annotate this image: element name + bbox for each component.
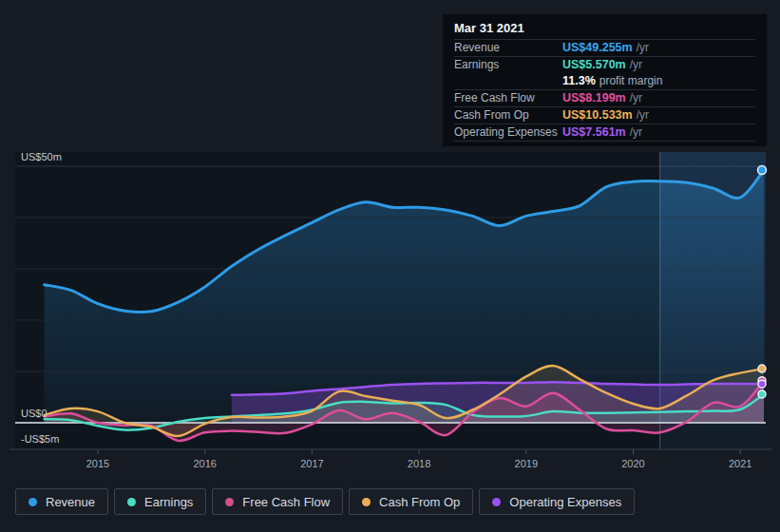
x-axis: 2015201620172018201920202021 — [10, 449, 771, 469]
tooltip-row-label: Cash From Op — [454, 107, 562, 124]
legend-item-label: Cash From Op — [379, 495, 460, 509]
legend-dot-icon — [225, 498, 234, 506]
tooltip-row-label: Operating Expenses — [454, 124, 562, 141]
x-axis-label: 2017 — [300, 458, 323, 469]
chart-tooltip: Mar 31 2021 RevenueUS$49.255m/yrEarnings… — [443, 14, 767, 146]
tooltip-row-value: US$49.255m — [562, 40, 633, 56]
financials-chart-panel: 2015201620172018201920202021US$50mUS$0-U… — [0, 0, 780, 532]
profit-margin-value: 11.3% — [562, 73, 596, 89]
legend-item-operating-expenses[interactable]: Operating Expenses — [479, 488, 635, 515]
tooltip-row-value: US$5.570m — [562, 57, 626, 73]
legend-item-revenue[interactable]: Revenue — [15, 488, 108, 515]
legend-item-label: Revenue — [46, 495, 95, 509]
legend-dot-icon — [492, 498, 501, 506]
endpoint-dot-revenue — [758, 166, 767, 175]
legend-item-label: Free Cash Flow — [242, 495, 330, 509]
legend-item-cash-from-op[interactable]: Cash From Op — [349, 488, 473, 515]
tooltip-profit-margin-row: 11.3%profit margin — [454, 73, 755, 89]
tooltip-row-label: Revenue — [454, 40, 562, 56]
tooltip-row-value: US$7.561m — [562, 124, 626, 141]
x-axis-label: 2019 — [515, 458, 538, 469]
legend-dot-icon — [29, 498, 37, 506]
endpoint-dot-cash-from-op — [758, 365, 766, 372]
profit-margin-label: profit margin — [599, 73, 663, 89]
y-axis-label: US$0 — [21, 408, 48, 419]
tooltip-row-cash-from-op: Cash From OpUS$10.533m/yr — [454, 106, 755, 124]
tooltip-row-suffix: /yr — [630, 90, 642, 106]
legend-item-label: Operating Expenses — [509, 495, 621, 509]
tooltip-row-value: US$10.533m — [562, 107, 633, 124]
tooltip-row-earnings: EarningsUS$5.570m/yr — [454, 56, 755, 73]
tooltip-row-suffix: /yr — [637, 40, 649, 56]
legend-item-label: Earnings — [144, 495, 193, 509]
x-axis-label: 2015 — [86, 458, 109, 469]
y-axis-label: US$50m — [21, 151, 62, 162]
tooltip-date: Mar 31 2021 — [454, 18, 755, 39]
endpoint-dot-earnings — [758, 390, 766, 398]
legend-item-free-cash-flow[interactable]: Free Cash Flow — [212, 488, 343, 515]
tooltip-row-operating-expenses: Operating ExpensesUS$7.561m/yr — [454, 124, 755, 141]
tooltip-row-label: Earnings — [454, 57, 562, 73]
x-axis-label: 2021 — [729, 458, 751, 469]
tooltip-row-revenue: RevenueUS$49.255m/yr — [454, 39, 755, 56]
tooltip-row-suffix: /yr — [630, 57, 642, 73]
chart-legend: RevenueEarningsFree Cash FlowCash From O… — [15, 488, 635, 515]
legend-item-earnings[interactable]: Earnings — [114, 488, 206, 515]
x-axis-label: 2016 — [193, 458, 216, 469]
tooltip-row-label: Free Cash Flow — [454, 90, 562, 106]
x-axis-label: 2020 — [621, 458, 644, 469]
legend-dot-icon — [127, 498, 136, 506]
tooltip-row-suffix: /yr — [637, 107, 649, 124]
tooltip-rows: RevenueUS$49.255m/yrEarningsUS$5.570m/yr… — [454, 39, 755, 142]
legend-dot-icon — [362, 498, 371, 506]
endpoint-dot-operating-expenses — [758, 380, 766, 388]
x-axis-label: 2018 — [408, 458, 430, 469]
tooltip-row-value: US$8.199m — [562, 90, 626, 106]
tooltip-row-free-cash-flow: Free Cash FlowUS$8.199m/yr — [454, 89, 755, 106]
y-axis-label: -US$5m — [21, 433, 59, 445]
tooltip-row-suffix: /yr — [630, 124, 642, 141]
